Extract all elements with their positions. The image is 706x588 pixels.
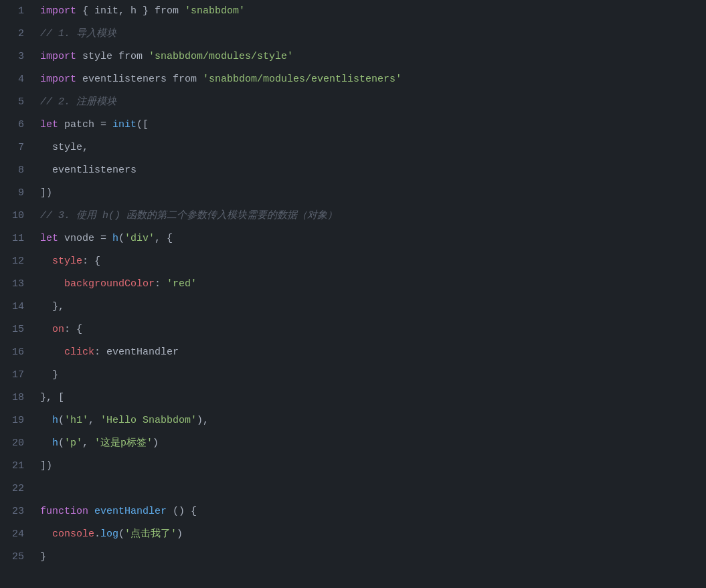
- code-line: },: [40, 296, 706, 318]
- line-numbers: 1234567891011121314151617181920212223242…: [0, 0, 35, 588]
- code-line: style: {: [40, 250, 706, 273]
- code-line: console.log('点击我了'): [40, 523, 706, 546]
- code-line: function eventHandler () {: [40, 500, 706, 523]
- line-number: 1: [11, 0, 24, 23]
- line-number: 6: [11, 114, 24, 136]
- code-line: }: [40, 546, 706, 569]
- code-line: ]): [40, 182, 706, 205]
- line-number: 7: [11, 136, 24, 159]
- code-line: [40, 478, 706, 500]
- line-number: 16: [11, 341, 24, 364]
- line-number: 5: [11, 91, 24, 114]
- code-line: }, [: [40, 387, 706, 409]
- code-line: import { init, h } from 'snabbdom': [40, 0, 706, 23]
- code-line: }: [40, 364, 706, 387]
- line-number: 15: [11, 318, 24, 341]
- code-line: click: eventHandler: [40, 341, 706, 364]
- line-number: 19: [11, 409, 24, 432]
- code-line: style,: [40, 136, 706, 159]
- line-number: 3: [11, 45, 24, 68]
- code-line: h('h1', 'Hello Snabbdom'),: [40, 409, 706, 432]
- line-number: 20: [11, 432, 24, 455]
- line-number: 2: [11, 23, 24, 45]
- code-line: eventlisteners: [40, 159, 706, 182]
- line-number: 8: [11, 159, 24, 182]
- code-editor: 1234567891011121314151617181920212223242…: [0, 0, 706, 588]
- line-number: 21: [11, 455, 24, 478]
- code-line: let patch = init([: [40, 114, 706, 136]
- code-line: import eventlisteners from 'snabbdom/mod…: [40, 68, 706, 91]
- line-number: 23: [11, 500, 24, 523]
- line-number: 10: [11, 205, 24, 227]
- line-number: 17: [11, 364, 24, 387]
- code-line: backgroundColor: 'red': [40, 273, 706, 296]
- line-number: 9: [11, 182, 24, 205]
- line-number: 13: [11, 273, 24, 296]
- line-number: 4: [11, 68, 24, 91]
- line-number: 22: [11, 478, 24, 500]
- line-number: 14: [11, 296, 24, 318]
- code-line: h('p', '这是p标签'): [40, 432, 706, 455]
- line-number: 25: [11, 546, 24, 569]
- line-number: 24: [11, 523, 24, 546]
- line-number: 12: [11, 250, 24, 273]
- code-line: let vnode = h('div', {: [40, 227, 706, 250]
- code-line: on: {: [40, 318, 706, 341]
- line-number: 11: [11, 227, 24, 250]
- code-content: import { init, h } from 'snabbdom'// 1. …: [35, 0, 706, 588]
- code-line: // 3. 使用 h() 函数的第二个参数传入模块需要的数据（对象）: [40, 205, 706, 227]
- code-line: // 2. 注册模块: [40, 91, 706, 114]
- code-line: // 1. 导入模块: [40, 23, 706, 45]
- code-line: ]): [40, 455, 706, 478]
- code-line: import style from 'snabbdom/modules/styl…: [40, 45, 706, 68]
- line-number: 18: [11, 387, 24, 409]
